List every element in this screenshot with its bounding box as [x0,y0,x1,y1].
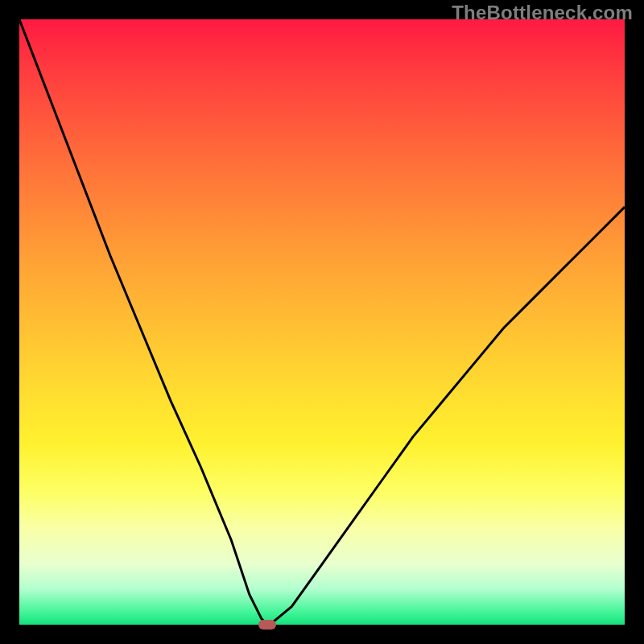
chart-plot-area [19,19,625,625]
bottleneck-curve [19,19,625,625]
min-marker [258,620,276,630]
curve-path [19,19,625,625]
outer-frame: TheBottleneck.com [0,0,644,644]
